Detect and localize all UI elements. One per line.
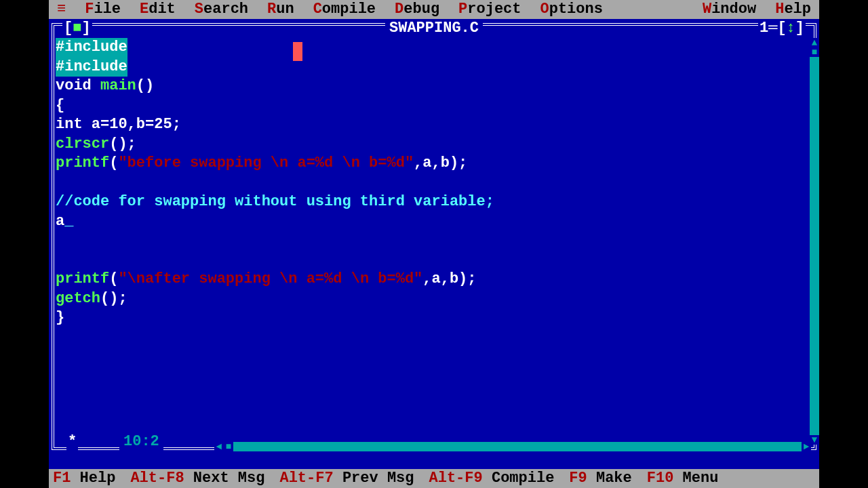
menu-window[interactable]: Window [703, 0, 756, 19]
status-menu[interactable]: F10 Menu [647, 469, 719, 488]
system-menu-icon[interactable]: ≡ [57, 0, 66, 19]
scroll-down-icon[interactable]: ▼ [810, 435, 819, 445]
vertical-scrollbar[interactable]: ▲ ■ ▼ [810, 38, 819, 445]
menu-file[interactable]: File [85, 0, 121, 19]
menu-search[interactable]: Search [195, 0, 248, 19]
status-next-msg[interactable]: Alt-F8 Next Msg [130, 469, 264, 488]
turbo-c-ide: ≡ File Edit Search Run Compile Debug Pro… [49, 0, 819, 488]
status-prev-msg[interactable]: Alt-F7 Prev Msg [279, 469, 414, 488]
window-title: SWAPPING.C [385, 19, 483, 39]
menu-project[interactable]: Project [458, 0, 521, 19]
status-compile[interactable]: Alt-F9 Compile [429, 469, 555, 488]
menu-edit[interactable]: Edit [140, 0, 176, 19]
hscroll-thumb[interactable]: ■ [224, 442, 233, 451]
code-editor[interactable]: #include#includevoid main(){int a=10,b=2… [56, 38, 807, 445]
menu-debug[interactable]: Debug [395, 0, 439, 19]
text-cursor-block [293, 42, 302, 61]
menu-run[interactable]: Run [267, 0, 294, 19]
editor-window: SWAPPING.C [■] 1═[↕] #include#includevoi… [49, 19, 819, 469]
menu-options[interactable]: Options [540, 0, 603, 19]
scroll-thumb[interactable]: ■ [810, 47, 819, 57]
menu-bar: ≡ File Edit Search Run Compile Debug Pro… [49, 0, 819, 19]
scroll-left-icon[interactable]: ◄ [214, 442, 224, 451]
cursor-position: 10:2 [119, 432, 163, 452]
status-bar: F1 Help Alt-F8 Next Msg Alt-F7 Prev Msg … [49, 469, 819, 488]
window-number[interactable]: 1═[↕] [758, 19, 806, 39]
horizontal-scrollbar[interactable]: ◄ ■ ► [214, 442, 811, 451]
window-close-button[interactable]: [■] [62, 19, 92, 39]
status-make[interactable]: F9 Make [569, 469, 631, 488]
menu-help[interactable]: Help [775, 0, 811, 19]
status-help[interactable]: F1 Help [53, 469, 115, 488]
menu-compile[interactable]: Compile [313, 0, 376, 19]
modified-indicator: * [66, 432, 78, 452]
scroll-up-icon[interactable]: ▲ [810, 38, 819, 47]
scroll-right-icon[interactable]: ► [802, 442, 811, 451]
